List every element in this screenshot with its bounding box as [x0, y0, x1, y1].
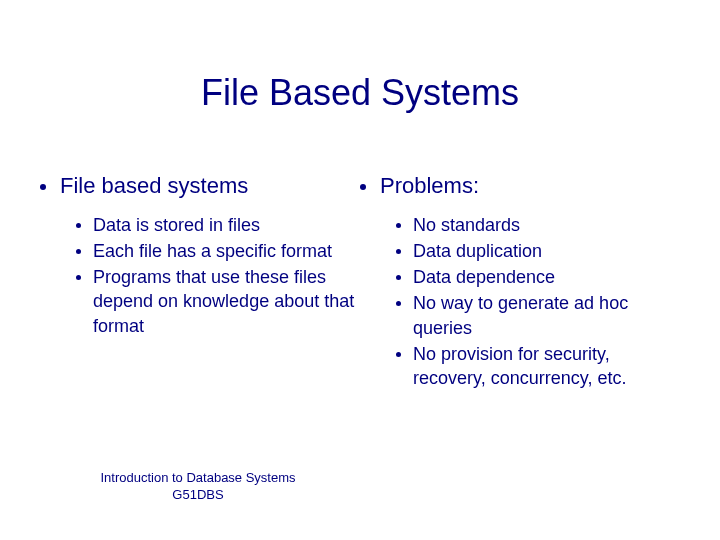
list-item: No standards — [396, 213, 680, 237]
list-item: Programs that use these files depend on … — [76, 265, 360, 338]
content-columns: File based systems Data is stored in fil… — [0, 142, 720, 393]
left-heading-text: File based systems — [60, 172, 248, 201]
list-item: Data dependence — [396, 265, 680, 289]
slide-title: File Based Systems — [0, 0, 720, 142]
bullet-icon — [396, 223, 401, 228]
bullet-icon — [76, 223, 81, 228]
list-item: Data duplication — [396, 239, 680, 263]
list-item-text: Data is stored in files — [93, 213, 260, 237]
left-column: File based systems Data is stored in fil… — [40, 172, 360, 393]
bullet-icon — [396, 249, 401, 254]
list-item-text: Data duplication — [413, 239, 542, 263]
list-item-text: Programs that use these files depend on … — [93, 265, 360, 338]
list-item: No provision for security, recovery, con… — [396, 342, 680, 391]
bullet-icon — [396, 301, 401, 306]
bullet-icon — [396, 275, 401, 280]
bullet-icon — [76, 249, 81, 254]
bullet-icon — [396, 352, 401, 357]
slide: File Based Systems File based systems Da… — [0, 0, 720, 540]
right-heading: Problems: — [360, 172, 680, 201]
bullet-icon — [40, 184, 46, 190]
slide-footer: Introduction to Database Systems G51DBS — [88, 470, 308, 504]
left-heading: File based systems — [40, 172, 360, 201]
list-item-text: No way to generate ad hoc queries — [413, 291, 680, 340]
right-list: No standards Data duplication Data depen… — [360, 213, 680, 391]
footer-line-2: G51DBS — [88, 487, 308, 504]
list-item-text: No provision for security, recovery, con… — [413, 342, 680, 391]
right-heading-text: Problems: — [380, 172, 479, 201]
list-item: No way to generate ad hoc queries — [396, 291, 680, 340]
list-item: Data is stored in files — [76, 213, 360, 237]
left-list: Data is stored in files Each file has a … — [40, 213, 360, 338]
bullet-icon — [76, 275, 81, 280]
list-item-text: Data dependence — [413, 265, 555, 289]
list-item: Each file has a specific format — [76, 239, 360, 263]
list-item-text: No standards — [413, 213, 520, 237]
footer-line-1: Introduction to Database Systems — [88, 470, 308, 487]
bullet-icon — [360, 184, 366, 190]
list-item-text: Each file has a specific format — [93, 239, 332, 263]
right-column: Problems: No standards Data duplication … — [360, 172, 680, 393]
